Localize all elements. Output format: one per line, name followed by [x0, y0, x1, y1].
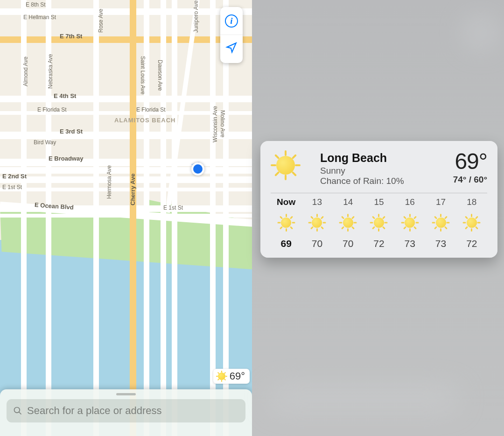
svg-line-1: [19, 412, 21, 415]
badge-temperature: 69°: [230, 370, 245, 382]
weather-popover-pane: Long Beach Sunny Chance of Rain: 10% 69°…: [252, 0, 504, 436]
map-pane[interactable]: E 8th St E Hellman St E 7th St E 4th St …: [0, 0, 252, 436]
street-label: Saint Louis Ave: [140, 56, 146, 95]
hour-column: 1470: [333, 197, 364, 249]
hour-column: 1673: [394, 197, 425, 249]
hour-column: Now69: [271, 197, 301, 249]
street-label: E 4th St: [54, 92, 76, 99]
sun-icon: [277, 214, 295, 232]
map-controls: i: [220, 7, 243, 63]
sun-icon: [401, 214, 419, 232]
hour-column: 1872: [456, 197, 487, 249]
condition-text: Sunny: [320, 166, 446, 176]
hourly-forecast: Now69137014701572167317731872: [271, 197, 487, 249]
hour-temp: 72: [373, 238, 384, 249]
high-low: 74° / 60°: [453, 175, 487, 185]
street-label: Bird Way: [34, 139, 56, 146]
current-temperature: 69°: [453, 150, 487, 173]
sun-icon: [339, 214, 357, 232]
user-location-dot: [191, 162, 204, 176]
weather-badge[interactable]: 69°: [213, 369, 250, 384]
hour-column: 1370: [301, 197, 332, 249]
street-label: E 1st St: [2, 184, 22, 190]
street-label: E 7th St: [60, 33, 82, 40]
street-label: Rose Ave: [98, 9, 104, 33]
hour-label: 15: [374, 197, 384, 207]
hour-label: 17: [436, 197, 446, 207]
search-bar[interactable]: [7, 399, 245, 422]
sun-icon: [271, 150, 313, 180]
sun-icon: [216, 371, 227, 382]
hour-label: Now: [277, 197, 295, 207]
info-button[interactable]: i: [220, 7, 243, 35]
street-label: E 8th St: [26, 1, 46, 8]
sheet-grabber[interactable]: [116, 393, 136, 395]
rain-chance: Chance of Rain: 10%: [320, 176, 446, 186]
street-label: Wisconsin Ave: [212, 106, 218, 142]
street-label: E 2nd St: [2, 173, 27, 180]
street-label: E Florida St: [37, 106, 67, 113]
street-label: Cherry Ave: [129, 174, 136, 205]
locate-button[interactable]: [220, 35, 243, 63]
street-label: Junipero Ave: [193, 0, 199, 33]
hour-temp: 70: [312, 238, 322, 249]
info-icon: i: [225, 14, 238, 28]
street-label: Hermosa Ave: [106, 165, 112, 199]
district-label: ALAMITOS BEACH: [114, 117, 175, 124]
sun-icon: [432, 214, 450, 232]
hour-label: 18: [467, 197, 476, 207]
hour-temp: 73: [435, 238, 446, 249]
hour-label: 13: [312, 197, 322, 207]
street-label: Almond Ave: [22, 56, 29, 86]
street-label: E Hellman St: [23, 14, 56, 21]
hour-label: 14: [343, 197, 353, 207]
search-icon: [13, 406, 22, 415]
sun-icon: [308, 214, 326, 232]
street-label: Nebraska Ave: [47, 54, 54, 89]
street-label: Molino Ave: [219, 110, 226, 137]
location-arrow-icon: [225, 42, 238, 57]
hour-temp: 72: [466, 238, 477, 249]
hour-column: 1572: [364, 197, 394, 249]
street-label: E Florida St: [136, 106, 166, 113]
city-name: Long Beach: [320, 151, 446, 165]
sun-icon: [370, 214, 388, 232]
street-label: E 1st St: [163, 204, 183, 211]
hour-label: 16: [405, 197, 415, 207]
street-label: E 3rd St: [60, 128, 83, 135]
street-label: Dawson Ave: [157, 60, 163, 91]
hour-temp: 69: [280, 238, 291, 249]
divider: [271, 193, 487, 193]
sun-icon: [463, 214, 481, 232]
street-label: E Broadway: [49, 155, 83, 162]
search-sheet[interactable]: [0, 389, 252, 436]
svg-point-0: [14, 408, 20, 413]
search-input[interactable]: [27, 405, 239, 417]
hour-temp: 70: [343, 238, 353, 249]
weather-card[interactable]: Long Beach Sunny Chance of Rain: 10% 69°…: [260, 141, 497, 258]
hour-temp: 73: [405, 238, 415, 249]
hour-column: 1773: [425, 197, 456, 249]
